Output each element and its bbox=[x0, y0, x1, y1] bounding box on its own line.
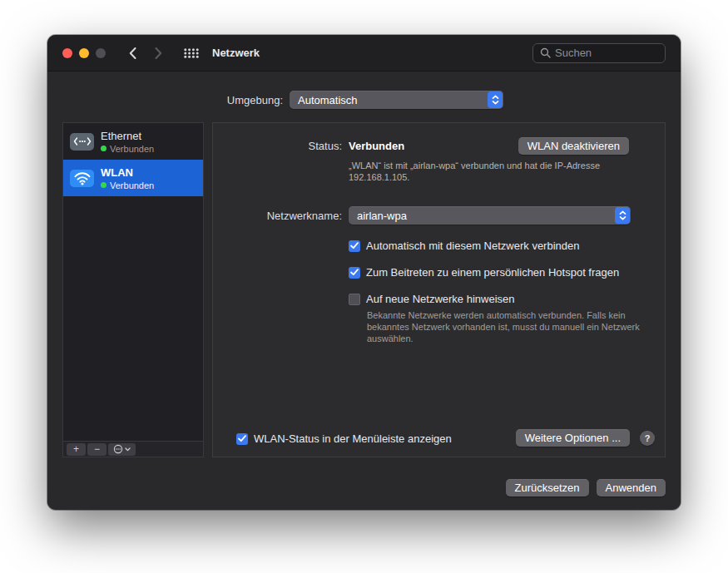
checkbox-icon[interactable] bbox=[349, 267, 360, 279]
remove-service-button[interactable]: − bbox=[87, 443, 106, 456]
network-preferences-window: Netzwerk Umgebung: Automatisch bbox=[47, 35, 681, 510]
action-menu-button[interactable] bbox=[108, 443, 136, 456]
status-dot-green bbox=[101, 182, 106, 188]
checkbox-icon[interactable] bbox=[349, 240, 360, 252]
popup-stepper-icon bbox=[488, 91, 503, 108]
advanced-options-button[interactable]: Weitere Optionen ... bbox=[516, 429, 630, 447]
status-value: Verbunden bbox=[349, 140, 404, 152]
checkbox-auto-join[interactable]: Automatisch mit diesem Netzwerk verbinde… bbox=[349, 240, 580, 252]
revert-button[interactable]: Zurücksetzen bbox=[506, 479, 589, 496]
apply-button[interactable]: Anwenden bbox=[597, 479, 666, 496]
forward-button[interactable] bbox=[155, 47, 162, 59]
window-title: Netzwerk bbox=[212, 47, 260, 59]
close-button[interactable] bbox=[62, 48, 72, 58]
ethernet-icon bbox=[70, 133, 94, 151]
checkbox-icon[interactable] bbox=[236, 433, 248, 445]
sidebar-toolbar: + − bbox=[63, 441, 203, 457]
environment-label: Umgebung: bbox=[168, 94, 283, 106]
search-field[interactable] bbox=[532, 43, 666, 63]
network-name-row: Netzwerkname: airlan-wpa bbox=[213, 206, 631, 225]
service-status: Verbunden bbox=[101, 180, 154, 190]
status-row: Status: Verbunden bbox=[213, 140, 404, 152]
checkbox-menubar-status[interactable]: WLAN-Status in der Menüleiste anzeigen bbox=[236, 432, 452, 445]
minimize-button[interactable] bbox=[79, 48, 89, 58]
help-button[interactable]: ? bbox=[640, 431, 655, 446]
checkbox-notify-new-networks[interactable]: Auf neue Netzwerke hinweisen bbox=[349, 293, 515, 305]
add-service-button[interactable]: + bbox=[67, 443, 86, 456]
status-dot-green bbox=[101, 146, 106, 151]
known-networks-help-text: Bekannte Netzwerke werden automatisch ve… bbox=[367, 309, 650, 344]
service-status: Verbunden bbox=[101, 144, 154, 154]
environment-select[interactable]: Automatisch bbox=[290, 91, 503, 109]
wlan-deactivate-button[interactable]: WLAN deaktivieren bbox=[518, 137, 629, 155]
zoom-button[interactable] bbox=[96, 48, 106, 58]
sidebar-item-ethernet[interactable]: Ethernet Verbunden bbox=[63, 123, 203, 160]
back-button[interactable] bbox=[129, 47, 136, 59]
show-all-grid-icon[interactable] bbox=[184, 48, 199, 58]
status-description: „WLAN“ ist mit „airlan-wpa“ verbunden un… bbox=[349, 160, 645, 183]
environment-value: Automatisch bbox=[298, 94, 358, 106]
sidebar-item-wlan[interactable]: WLAN Verbunden bbox=[63, 160, 203, 196]
network-name-label: Netzwerkname: bbox=[213, 210, 342, 222]
traffic-lights bbox=[62, 48, 106, 58]
checkbox-icon[interactable] bbox=[349, 294, 360, 305]
search-icon bbox=[540, 47, 551, 58]
services-sidebar: Ethernet Verbunden bbox=[62, 122, 204, 457]
chevron-down-icon bbox=[125, 447, 131, 452]
titlebar: Netzwerk bbox=[47, 35, 681, 72]
service-name: WLAN bbox=[101, 166, 154, 179]
network-name-value: airlan-wpa bbox=[357, 210, 407, 222]
network-name-select[interactable]: airlan-wpa bbox=[349, 206, 631, 225]
wifi-icon bbox=[70, 170, 94, 187]
popup-stepper-icon bbox=[615, 207, 630, 224]
footer-actions: Zurücksetzen Anwenden bbox=[506, 479, 666, 496]
wlan-settings-panel: Status: Verbunden WLAN deaktivieren „WLA… bbox=[212, 122, 666, 457]
search-input[interactable] bbox=[555, 47, 658, 59]
checkbox-hotspot-ask[interactable]: Zum Beitreten zu einem persönlichen Hots… bbox=[349, 266, 619, 279]
service-name: Ethernet bbox=[101, 130, 154, 142]
status-label: Status: bbox=[213, 140, 342, 152]
environment-row: Umgebung: Automatisch bbox=[168, 91, 503, 109]
content-area: Umgebung: Automatisch Ethern bbox=[47, 72, 681, 510]
